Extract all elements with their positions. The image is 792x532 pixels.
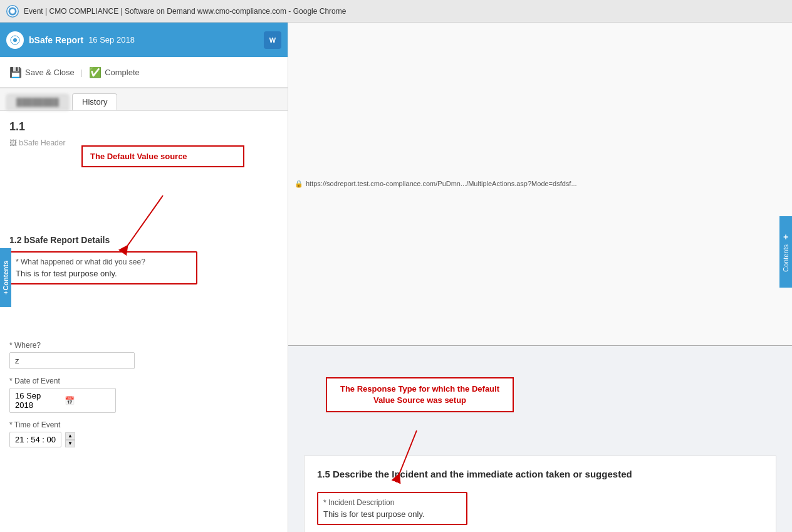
- tab-history[interactable]: History: [72, 93, 117, 110]
- complete-label: Complete: [105, 68, 140, 77]
- browser-bar: Event | CMO COMPLIANCE | Software on Dem…: [0, 0, 792, 23]
- right-panel: 🔒 https://sodreport.test.cmo-compliance.…: [288, 23, 792, 532]
- separator: |: [81, 68, 83, 77]
- what-happened-label: * What happened or what did you see?: [16, 258, 191, 266]
- right-content: The Response Type for which the Default …: [288, 346, 792, 532]
- incident-desc-box[interactable]: * Incident Description This is for test …: [317, 492, 467, 525]
- where-label: * Where?: [9, 341, 278, 350]
- complete-icon: ✅: [89, 66, 102, 78]
- section-1-1-number: 1.1: [9, 120, 278, 133]
- tabs-area: ████████ History: [0, 88, 288, 111]
- svg-point-1: [10, 9, 15, 14]
- contents-tab-right-plus: +: [783, 232, 788, 242]
- save-close-label: Save & Close: [25, 68, 75, 77]
- app-logo-icon: [6, 31, 24, 49]
- browser-icon: [6, 5, 19, 18]
- left-action-bar: 💾 Save & Close | ✅ Complete: [0, 57, 288, 88]
- app-title: bSafe Report: [29, 35, 83, 45]
- calendar-icon[interactable]: 📅: [65, 396, 111, 405]
- time-value: 21 : 54 : 00: [15, 435, 56, 444]
- left-content: 1.1 🖼 bSafe Header The Default Value sou…: [0, 111, 288, 532]
- save-icon: 💾: [9, 66, 22, 78]
- default-value-callout-text: The Default Value source: [90, 152, 187, 161]
- section-15-container: 1.5 Describe the Incident and the immedi…: [304, 456, 776, 532]
- incident-desc-label: * Incident Description: [323, 498, 461, 507]
- time-parts: 21 : 54 : 00: [9, 432, 61, 447]
- app-date: 16 Sep 2018: [88, 35, 135, 44]
- save-close-button[interactable]: 💾 Save & Close: [9, 66, 75, 78]
- incident-desc-value: This is for test purpose only.: [323, 509, 461, 519]
- contents-tab-left-label: +Contents: [2, 260, 9, 294]
- time-of-event-group: * Time of Event 21 : 54 : 00 ▲ ▼: [9, 420, 278, 447]
- section-1-2-title: 1.2 bSafe Report Details: [9, 235, 278, 245]
- blurred-tab-label: ████████: [16, 98, 59, 107]
- left-panel: bSafe Report 16 Sep 2018 W 💾 Save & Clos…: [0, 23, 288, 532]
- response-type-callout: The Response Type for which the Default …: [326, 377, 514, 412]
- section-15-block: 1.5 Describe the Incident and the immedi…: [304, 456, 776, 532]
- section-15-title: 1.5 Describe the Incident and the immedi…: [317, 469, 763, 482]
- time-up-button[interactable]: ▲: [65, 432, 75, 440]
- browser-title: Event | CMO COMPLIANCE | Software on Dem…: [24, 7, 786, 16]
- url-text: https://sodreport.test.cmo-compliance.co…: [306, 180, 577, 187]
- time-spinner[interactable]: ▲ ▼: [65, 432, 75, 447]
- bsafe-header-icon: 🖼: [9, 138, 17, 147]
- default-value-callout: The Default Value source: [81, 145, 244, 167]
- lock-icon: 🔒: [294, 180, 303, 188]
- tab-blurred[interactable]: ████████: [6, 94, 69, 110]
- where-input[interactable]: [9, 352, 135, 369]
- response-type-callout-text: The Response Type for which the Default …: [340, 384, 499, 405]
- complete-button[interactable]: ✅ Complete: [89, 66, 140, 78]
- left-toolbar: bSafe Report 16 Sep 2018 W: [0, 23, 288, 57]
- contents-tab-left[interactable]: +Contents: [0, 248, 11, 306]
- app-logo-section: bSafe Report 16 Sep 2018: [6, 31, 135, 49]
- history-tab-label: History: [82, 97, 107, 107]
- what-happened-field[interactable]: * What happened or what did you see? Thi…: [9, 251, 197, 284]
- url-bar[interactable]: 🔒 https://sodreport.test.cmo-compliance.…: [288, 23, 792, 346]
- time-of-event-label: * Time of Event: [9, 420, 278, 429]
- date-of-event-label: * Date of Event: [9, 377, 278, 385]
- where-field-group: * Where?: [9, 341, 278, 369]
- time-of-event-field: 21 : 54 : 00 ▲ ▼: [9, 432, 278, 447]
- what-happened-value: This is for test purpose only.: [16, 269, 191, 278]
- time-down-button[interactable]: ▼: [65, 440, 75, 447]
- word-icon[interactable]: W: [264, 31, 281, 49]
- date-of-event-group: * Date of Event 16 Sep 2018 📅: [9, 377, 278, 413]
- contents-tab-right[interactable]: + Contents: [779, 216, 792, 288]
- date-of-event-field[interactable]: 16 Sep 2018 📅: [9, 388, 116, 413]
- contents-tab-right-label: Contents: [782, 244, 789, 272]
- svg-point-3: [13, 38, 17, 42]
- date-value: 16 Sep 2018: [15, 391, 61, 410]
